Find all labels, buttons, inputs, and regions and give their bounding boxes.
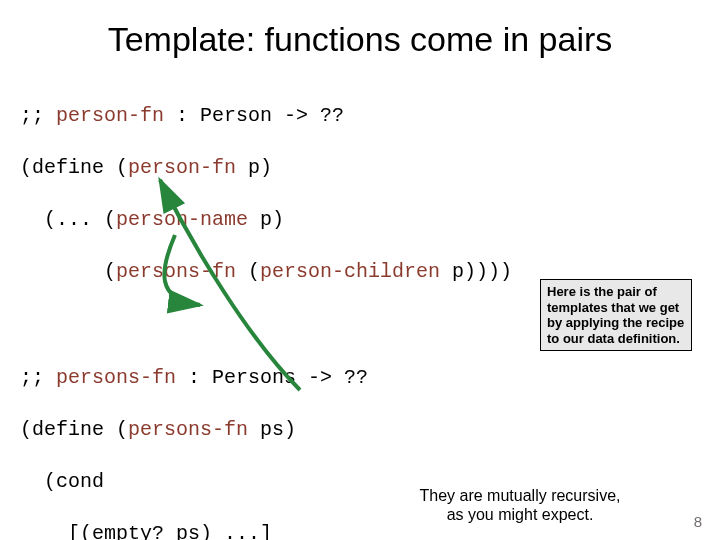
t: (cond xyxy=(20,470,104,493)
t: : Persons -> ?? xyxy=(176,366,368,389)
t: persons-fn xyxy=(56,366,176,389)
t: (define ( xyxy=(20,418,128,441)
t: persons-fn xyxy=(128,418,248,441)
t: person-name xyxy=(116,208,248,231)
t: ps) xyxy=(248,418,296,441)
t: (... ( xyxy=(20,208,116,231)
t: (define ( xyxy=(20,156,128,179)
code-block-1: ;; person-fn : Person -> ?? (define (per… xyxy=(0,69,720,311)
t: ( xyxy=(236,260,260,283)
t: p)))) xyxy=(440,260,512,283)
callout-recursive: They are mutually recursive, as you migh… xyxy=(410,482,630,528)
slide-title: Template: functions come in pairs xyxy=(0,0,720,69)
t: person-children xyxy=(260,260,440,283)
t: [(empty? ps) ...] xyxy=(20,522,272,540)
t: ;; xyxy=(20,366,56,389)
t: ( xyxy=(20,260,116,283)
t: persons-fn xyxy=(116,260,236,283)
t: p) xyxy=(236,156,272,179)
t: p) xyxy=(248,208,284,231)
t: ;; xyxy=(20,104,56,127)
t: person-fn xyxy=(128,156,236,179)
t: person-fn xyxy=(56,104,164,127)
t: : Person -> ?? xyxy=(164,104,344,127)
callout-pair: Here is the pair of templates that we ge… xyxy=(540,279,692,351)
